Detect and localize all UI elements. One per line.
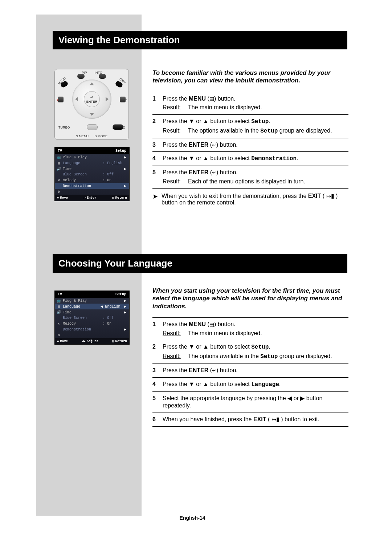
s1-num-4: 4 — [152, 155, 163, 163]
s1-r2m: Setup — [260, 128, 278, 134]
osd1-label-3: Blue Screen — [63, 172, 103, 176]
s1-t5a: Press the — [163, 169, 189, 175]
osd1-label-1: Language — [63, 161, 103, 165]
osd1-icon-0: 📺 — [55, 155, 63, 159]
s2-r2a: The options available in the — [188, 353, 260, 359]
s2-t4b: . — [279, 381, 281, 387]
section2-steps: 1 Press the MENU (▤) button. Result:The … — [152, 317, 348, 427]
s1-t5b: ( — [208, 169, 212, 175]
osd1-arr-5: ▶ — [123, 184, 128, 188]
s1-t1a: Press the — [163, 96, 189, 102]
s2-r2b: group are displayed. — [278, 353, 332, 359]
s1-num-2: 2 — [152, 118, 163, 135]
s1-t4m: Demonstration — [251, 155, 297, 162]
osd2-icon-6: ⚙ — [55, 333, 63, 337]
s2-t1bold: MENU — [189, 321, 206, 327]
up-arrow-icon — [90, 82, 94, 85]
s2-num-6: 6 — [152, 416, 163, 423]
result-label-s2-2: Result: — [163, 353, 188, 361]
osd1-icon-1: ▥ — [55, 161, 63, 165]
osd2-icon-0: 📺 — [55, 299, 63, 303]
pmode-button[interactable] — [113, 124, 123, 130]
smenu-label: S.MENU — [76, 134, 89, 138]
osd2-label-2: Time — [63, 310, 103, 314]
osd1-icon-4: ✕ — [55, 178, 63, 182]
s2-t1c: ) button. — [214, 321, 236, 327]
s2-t3a: Press the — [163, 367, 189, 373]
s2-t6b: ( ↦▮ ) button to exit. — [266, 416, 319, 422]
info-button[interactable] — [99, 74, 106, 79]
enter-icon-foot: ↵ — [83, 196, 85, 200]
osd2-label-3: Blue Screen — [63, 316, 103, 320]
s2-t3b: ( — [208, 367, 212, 373]
osd1-arr-0: ▶ — [123, 155, 128, 159]
osd2-label-5: Demonstration — [63, 328, 103, 332]
s1-t1c: ) button. — [214, 96, 236, 102]
osd2-label-4: Melody — [63, 322, 103, 326]
s1-t3c: ) button. — [216, 142, 238, 148]
osd2-adjust: Adjust — [87, 340, 98, 343]
osd1-move: Move — [60, 196, 68, 200]
pip-button[interactable] — [77, 74, 85, 79]
section1-note: ➤ When you wish to exit from the demonst… — [152, 190, 348, 209]
s1-t4a: Press the ▼ or ▲ button to select — [163, 155, 251, 161]
s1-num-1: 1 — [152, 95, 163, 112]
osd2-arr-0: ▶ — [123, 299, 128, 303]
note-arrow-icon: ➤ — [152, 192, 158, 206]
enter-icon: ↵ — [84, 95, 99, 100]
s1-t1bold: MENU — [189, 96, 206, 102]
size-button[interactable] — [120, 97, 126, 102]
down-arrow-icon — [90, 113, 94, 116]
s2-t6bold: EXIT — [253, 416, 266, 422]
osd2-move: Move — [60, 340, 68, 343]
return-icon-foot: ▤ — [112, 196, 114, 200]
osd2-arr-1: ▶ — [123, 304, 128, 309]
s2-t2m: Setup — [251, 344, 269, 350]
section2-title: Choosing Your Language — [53, 254, 347, 273]
osd1-val-1: : English — [103, 161, 123, 165]
s1-num-5: 5 — [152, 169, 163, 186]
note-bold: EXIT — [308, 193, 321, 199]
s1-t2a: Press the ▼ or ▲ button to select — [163, 118, 251, 124]
s2-num-4: 4 — [152, 381, 163, 389]
s1-r2b: group are displayed. — [278, 127, 332, 134]
osd-menu-1: TV Setup 📺Plug & Play▶ ▥Language: Englis… — [54, 147, 130, 201]
osd2-setup: Setup — [115, 292, 126, 296]
s2-num-5: 5 — [152, 395, 163, 410]
osd1-enter: Enter — [87, 196, 97, 200]
nav-pad[interactable]: ↵ ENTER — [72, 80, 111, 119]
osd1-val-4: : On — [103, 178, 123, 182]
s2-t3c: ) button. — [216, 367, 238, 373]
note-text-a: When you wish to exit from the demonstra… — [162, 193, 308, 199]
s2-t1a: Press the — [163, 321, 189, 327]
mute-button[interactable] — [58, 97, 64, 102]
enter-button[interactable]: ↵ ENTER — [84, 91, 100, 107]
s2-r2m: Setup — [260, 353, 278, 360]
s1-t3a: Press the — [163, 142, 189, 148]
menu-glyph-icon: ▤ — [209, 96, 214, 102]
s1-t5c: ) button. — [216, 169, 238, 175]
s1-num-3: 3 — [152, 141, 163, 149]
updown2-icon: ◆ — [57, 339, 59, 343]
return2-icon: ▤ — [112, 339, 114, 343]
leftright-icon: ◀▶ — [82, 339, 86, 343]
mode-button[interactable] — [87, 124, 98, 130]
osd1-setup: Setup — [115, 149, 126, 153]
s1-r1: The main menu is displayed. — [188, 104, 262, 111]
osd1-arr-2: ▶ — [123, 167, 128, 171]
s1-t2b: . — [269, 118, 270, 124]
page-number: English-14 — [36, 515, 348, 521]
s1-t5bold: ENTER — [189, 169, 208, 175]
s2-t4m: Language — [251, 381, 279, 388]
result-label: Result: — [163, 104, 188, 111]
s2-t2a: Press the ▼ or ▲ button to select — [163, 344, 251, 350]
s2-num-2: 2 — [152, 343, 163, 361]
osd2-icon-2: 🔊 — [55, 310, 63, 314]
osd1-icon-2: 🔊 — [55, 167, 63, 171]
osd2-arr-5: ▶ — [123, 327, 128, 332]
osd1-label-4: Melody — [63, 178, 103, 182]
osd1-label-2: Time — [63, 167, 103, 171]
s1-t2m: Setup — [251, 118, 269, 125]
remote-control-figure: PIP INFO MENU EXIT 🔇 SIZE TURBO P.MODE S… — [54, 69, 129, 140]
s2-t1b: ( — [206, 321, 209, 327]
